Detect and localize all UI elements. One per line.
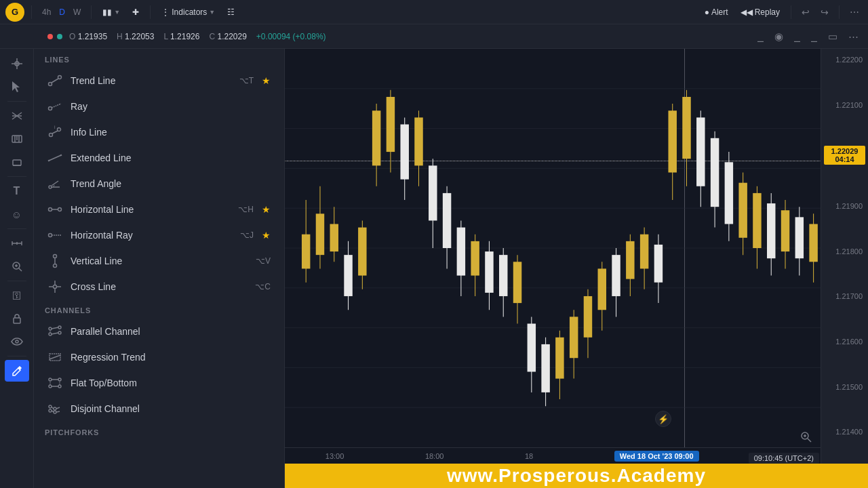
svg-rect-146	[725, 162, 733, 224]
tf-4h[interactable]: 4h	[39, 6, 54, 18]
parallel-channel-label: Parallel Channel	[71, 326, 271, 337]
text-tool[interactable]: T	[5, 180, 29, 202]
trend-angle-label: Trend Angle	[71, 178, 271, 189]
undo-button[interactable]: ↩	[798, 5, 813, 20]
svg-line-34	[60, 155, 62, 156]
vertical-line-icon	[47, 253, 62, 268]
visible-tool[interactable]	[5, 331, 29, 352]
svg-point-22	[16, 340, 18, 343]
svg-rect-94	[358, 228, 366, 276]
svg-point-41	[49, 234, 52, 237]
draw-more-btn[interactable]: ⋯	[844, 28, 863, 45]
svg-line-18	[19, 268, 22, 271]
menu-item-vertical-line[interactable]: Vertical Line ⌥V	[37, 248, 281, 274]
disjoint-channel-label: Disjoint Channel	[71, 403, 271, 414]
menu-item-parallel-channel[interactable]: Parallel Channel	[37, 319, 281, 344]
menu-item-horizontal-ray[interactable]: Horizontal Ray ⌥J ★	[37, 222, 281, 248]
separator	[31, 5, 32, 19]
price-level-8: 1.21400	[824, 428, 865, 436]
draw-crosshair-btn[interactable]: ⎯	[753, 28, 768, 44]
disjoint-channel-icon	[47, 401, 62, 416]
menu-item-trend-angle[interactable]: Trend Angle	[37, 171, 281, 197]
templates-button[interactable]: ☷	[223, 6, 239, 18]
menu-item-disjoint-channel[interactable]: Disjoint Channel	[37, 396, 281, 422]
eraser-tool[interactable]	[5, 151, 29, 173]
lines-section-header: LINES	[34, 49, 284, 68]
svg-point-28	[50, 134, 53, 137]
templates-icon: ☷	[227, 7, 235, 17]
trend-line-icon	[47, 73, 62, 88]
more-button[interactable]: ⋯	[846, 5, 863, 20]
draw-dot-btn[interactable]: ◉	[770, 28, 787, 45]
svg-text:i: i	[54, 125, 56, 129]
svg-rect-92	[344, 255, 352, 296]
crosshair-tool[interactable]	[5, 53, 29, 75]
svg-rect-138	[668, 110, 676, 172]
menu-item-cross-line[interactable]: Cross Line ⌥C	[37, 274, 281, 300]
svg-point-51	[49, 327, 52, 330]
bolt-icon[interactable]: ⚡	[655, 411, 671, 427]
chart-area[interactable]: 1.22200 1.22100 1.22029 04:14 1.21900 1.…	[285, 49, 868, 488]
measure-tool[interactable]	[5, 128, 29, 150]
extended-line-label: Extended Line	[71, 152, 271, 163]
svg-rect-122	[555, 338, 564, 379]
chart-type-button[interactable]: ▮▮ ▼	[98, 6, 124, 18]
lines-dropdown-menu: LINES Trend Line ⌥T ★ Ray	[34, 49, 285, 488]
svg-rect-116	[513, 262, 521, 303]
menu-item-extended-line[interactable]: Extended Line	[37, 145, 281, 171]
current-price-badge: 1.22029 04:14	[824, 146, 865, 165]
horizontal-ray-star[interactable]: ★	[262, 230, 271, 241]
zoom-icon-chart[interactable]	[800, 431, 814, 445]
vertical-line-shortcut: ⌥V	[256, 256, 271, 266]
alert-button[interactable]: ● Alert	[701, 6, 732, 18]
date-badge: Wed 18 Oct '23 09:00	[614, 451, 699, 462]
svg-point-46	[54, 285, 57, 289]
svg-rect-142	[696, 117, 705, 186]
svg-marker-3	[12, 81, 20, 92]
emoji-tool[interactable]: ☺	[5, 203, 29, 225]
tf-d[interactable]: D	[56, 6, 68, 18]
price-axis: 1.22200 1.22100 1.22029 04:14 1.21900 1.…	[821, 49, 868, 488]
trend-line-star[interactable]: ★	[262, 75, 271, 86]
tf-w[interactable]: W	[70, 6, 84, 18]
menu-item-regression-trend[interactable]: Regression Trend	[37, 344, 281, 370]
price-level-7: 1.21500	[824, 383, 865, 391]
svg-point-61	[58, 378, 61, 381]
svg-rect-124	[570, 317, 578, 358]
redo-button[interactable]: ↪	[817, 5, 832, 20]
menu-item-ray[interactable]: Ray	[37, 94, 281, 119]
ruler-tool[interactable]	[5, 232, 29, 254]
svg-point-54	[58, 331, 61, 334]
menu-item-info-line[interactable]: i Info Line	[37, 119, 281, 145]
svg-rect-134	[640, 235, 648, 269]
svg-rect-96	[372, 110, 380, 165]
draw-dash-btn[interactable]: ⎯	[790, 28, 804, 44]
svg-rect-112	[485, 251, 493, 293]
svg-point-62	[49, 385, 52, 388]
zoom-tool[interactable]	[5, 256, 29, 277]
lock-tool[interactable]	[5, 308, 29, 329]
draw-line-btn[interactable]: ⎯	[807, 28, 821, 44]
drawing-tool[interactable]	[5, 360, 29, 382]
time-label-3: 18	[525, 452, 533, 460]
menu-item-flat-top-bottom[interactable]: Flat Top/Bottom	[37, 370, 281, 396]
menu-item-horizontal-line[interactable]: Horizontal Line ⌥H ★	[37, 197, 281, 222]
compare-button[interactable]: ✚	[128, 6, 143, 18]
price-info: O 1.21935 H 1.22053 L 1.21926 C 1.22029 …	[69, 32, 326, 41]
indicators-button[interactable]: ⋮ Indicators ▼	[157, 6, 219, 18]
regression-trend-label: Regression Trend	[71, 352, 271, 363]
cursor-tool[interactable]	[5, 76, 29, 98]
sidebar-separator	[7, 356, 26, 357]
svg-rect-148	[738, 183, 747, 238]
horizontal-line-star[interactable]: ★	[262, 204, 271, 215]
svg-line-56	[52, 333, 58, 334]
replay-button[interactable]: ◀◀ Replay	[736, 6, 784, 18]
lines-tool[interactable]	[5, 105, 29, 127]
horizontal-line-icon	[47, 202, 62, 217]
menu-item-trend-line[interactable]: Trend Line ⌥T ★	[37, 68, 281, 94]
magnet-tool[interactable]: ⚿	[5, 285, 29, 306]
draw-area-btn[interactable]: ▭	[824, 28, 842, 45]
sidebar-separator	[7, 281, 26, 281]
svg-point-39	[58, 208, 62, 211]
svg-rect-108	[457, 228, 465, 276]
